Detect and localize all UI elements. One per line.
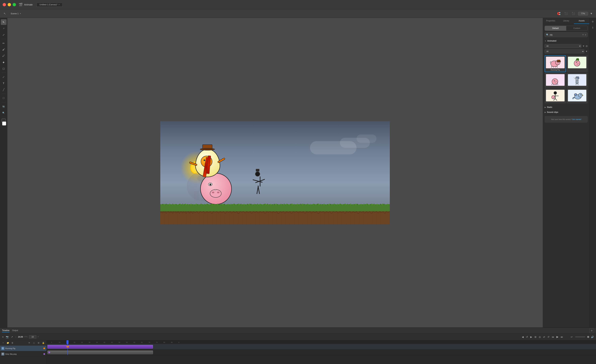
search-input[interactable] [550,34,581,36]
maximize-button[interactable] [13,3,16,6]
clip-btn[interactable]: ⬛ [563,11,569,16]
layer-row-grey-sky[interactable]: B Grey Sky-png [0,351,46,357]
timeline-area: Timeline Output ⊞ ≡ 📷 ↗ | 24.00 FPS F ◀ … [0,328,596,364]
align-btn[interactable]: ⬛ [571,11,576,16]
asset-item-2[interactable] [566,55,588,72]
zoom-value[interactable]: 77% [578,12,588,15]
audio-settings-btn[interactable]: 🔊 [590,335,594,339]
canvas-stage[interactable]: ✛ [160,121,390,224]
pencil-tool[interactable]: ✏ [1,40,7,46]
timeline-controls: ≡ 📷 ↗ | 24.00 FPS F ◀ ↺ ▶ ⊞ ◎ ⇄ ↺ ⏮ ▶ ⏭ … [0,334,596,340]
rewind-btn[interactable]: ⏮ [551,335,555,339]
filter-icon[interactable]: ▼ [582,45,585,47]
export-btn[interactable]: ↗ [10,335,14,339]
prev-keyframe-btn[interactable]: ◀ [521,335,524,339]
category-filter[interactable]: All [545,44,581,48]
animated-section-header[interactable]: ▼ Animated [543,38,589,43]
minimize-button[interactable] [8,3,11,6]
fast-forward-btn[interactable]: ⏭ [560,335,564,339]
tab-assets[interactable]: Assets [574,18,589,24]
onion-skin-btn[interactable]: ◎ [538,335,541,339]
clip-running-pig[interactable] [47,345,153,349]
frame-input[interactable] [29,335,37,339]
output-tab[interactable]: Output [12,329,18,332]
rectangle-tool[interactable]: □ [1,95,7,101]
volume-slider[interactable] [575,337,585,337]
fill-color[interactable] [2,122,6,125]
filter-icon-2[interactable]: ▼ [585,50,588,53]
add-layer-btn[interactable]: 📷 [5,335,9,339]
tab-library[interactable]: Library [559,18,574,24]
svg-rect-17 [576,59,579,60]
undo-btn[interactable]: ↩ [570,335,573,339]
asset-item-4[interactable] [566,73,588,88]
snap-btn[interactable]: 🧲 [556,11,561,16]
visibility-toggle[interactable]: ◻ [32,341,36,345]
layer-row-running-pig[interactable]: A Running Pig [0,346,46,351]
delete-layer-btn[interactable]: 🗑 [11,341,14,345]
text-tool[interactable]: T [1,80,7,86]
pig-svg-5 [549,91,562,101]
zoom-tool[interactable]: 🔍 [1,110,7,116]
loop-btn[interactable]: ↺ [525,335,529,339]
paint-bucket-tool[interactable]: ◆ [1,59,7,65]
sound-clips-section-header[interactable]: ▶ Sound clips [543,110,589,115]
asset-item-5[interactable] [545,88,566,103]
asset-thumb-1 [546,57,565,68]
play-btn[interactable]: ▶ [556,335,559,339]
default-toggle-btn[interactable]: Default [545,26,566,31]
lock-all-btn[interactable]: 🔒 [41,341,45,345]
layers-toggle-btn[interactable]: ≡ [2,335,4,339]
type-filter[interactable]: All [545,49,584,53]
asset-item-3[interactable] [545,73,566,88]
canvas-wrapper[interactable]: ✛ [7,18,543,328]
svg-point-19 [555,82,557,83]
snap-frames-btn[interactable]: ⊞ [534,335,537,339]
static-section-header[interactable]: ▶ Static [543,105,589,110]
zoom-dropdown-btn[interactable]: ▼ [589,11,594,16]
layer-name-sky: Grey Sky-png [5,353,42,355]
track-grey-sky[interactable] [46,349,596,355]
lock-toggle[interactable]: 👁 [27,341,31,345]
timeline-grid-toggle[interactable]: ⊞ [589,328,594,333]
selection-tool[interactable]: ↖ [1,19,7,25]
close-button[interactable] [3,3,6,6]
info-icon[interactable]: ℹ [590,25,595,30]
eraser-tool[interactable]: ◻ [1,66,7,71]
tab-close-icon[interactable]: ✕ [58,4,60,6]
tick-60: 60 [134,342,135,343]
tab-properties[interactable]: Properties [543,18,559,24]
next-keyframe-btn[interactable]: ▶ [530,335,533,339]
line-tool[interactable]: ╱ [1,87,7,92]
properties-icon[interactable]: ⚙ [590,19,595,24]
subselection-tool[interactable]: ↗ [1,26,7,31]
list-view-icon[interactable]: ≡ [585,33,586,36]
asset-item-running-pig[interactable]: Running Pig [545,55,566,72]
asset-item-6[interactable] [566,88,588,103]
solo-toggle[interactable]: ⊠ [37,341,40,345]
pen-tool[interactable]: 🖊 [1,74,7,80]
paint-brush-tool[interactable]: 🖌 [1,47,7,52]
loop-range-btn[interactable]: ↺ [547,335,550,339]
add-layer-btn-small[interactable]: + [1,341,5,345]
volume-knob[interactable] [587,336,589,338]
timeline-tab[interactable]: Timeline [2,329,9,332]
custom-toggle-btn[interactable]: Custom [566,26,588,31]
document-tab[interactable]: Untitled-1 (Canvas)* ✕ [37,3,62,7]
scene-name: Scene 1 [11,12,19,15]
track-running-pig[interactable] [46,344,596,349]
clip-grey-sky[interactable] [47,350,153,354]
get-started-link[interactable]: Get started [572,118,581,120]
camera-tool[interactable]: 📷 [1,104,7,109]
free-transform-tool[interactable]: ⤢ [1,32,7,37]
selection-tool-btn[interactable]: ↖ [2,11,7,16]
characters-group[interactable]: ✛ [200,173,232,205]
tick-5: 5 [51,342,52,343]
scene-selector[interactable]: Scene 1 ▼ [11,12,21,15]
frames-area[interactable]: 5 10 15 20 25 30 35 40 45 50 55 60 65 70… [46,340,596,364]
filter-adjust-icon[interactable]: ⊞ [586,45,588,47]
search-clear-icon[interactable]: ✕ [582,34,584,36]
sync-btn[interactable]: ⇄ [543,335,546,339]
ink-bottle-tool[interactable]: 🖊 [1,53,7,59]
add-folder-btn[interactable]: 📁 [6,341,10,345]
